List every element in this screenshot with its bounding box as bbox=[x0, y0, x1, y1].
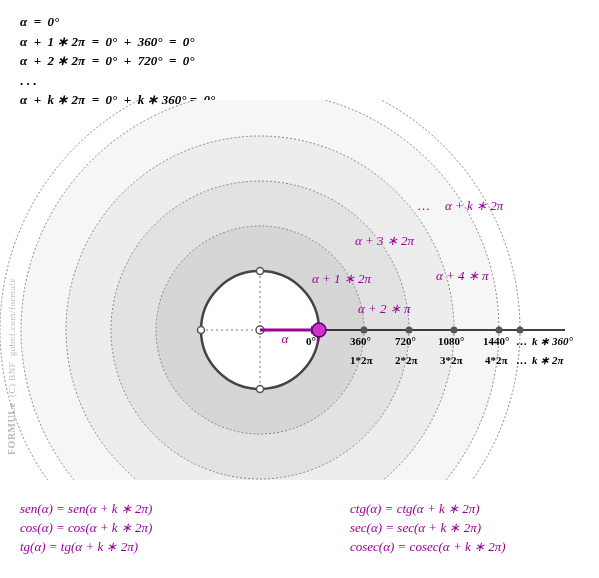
svg-text:720°: 720° bbox=[395, 335, 416, 347]
id-sen: sen(α) = sen(α + k ∗ 2π) bbox=[20, 500, 350, 519]
eq-line-3: α + 2 ∗ 2π = 0° + 720° = 0° bbox=[20, 51, 215, 71]
svg-text:α + k ∗ 2π: α + k ∗ 2π bbox=[445, 198, 504, 213]
svg-text:α + 1 ∗ 2π: α + 1 ∗ 2π bbox=[312, 271, 372, 286]
id-ctg: ctg(α) = ctg(α + k ∗ 2π) bbox=[350, 500, 506, 519]
svg-text:…: … bbox=[516, 354, 527, 366]
svg-text:k ∗ 2π: k ∗ 2π bbox=[532, 354, 565, 366]
svg-point-19 bbox=[451, 327, 458, 334]
svg-text:1*2π: 1*2π bbox=[350, 354, 373, 366]
svg-text:…: … bbox=[516, 335, 527, 347]
alpha-label: α bbox=[282, 331, 290, 346]
svg-point-15 bbox=[257, 386, 264, 393]
page: α = 0° α + 1 ∗ 2π = 0° + 360° = 0° α + 2… bbox=[0, 0, 599, 578]
identities-col-2: ctg(α) = ctg(α + k ∗ 2π) sec(α) = sec(α … bbox=[350, 500, 506, 557]
eq-line-1: α = 0° bbox=[20, 12, 215, 32]
circles-svg: α 0° 360° 720° 1080° 1440° … k ∗ 360° 1*… bbox=[0, 100, 599, 480]
svg-point-13 bbox=[198, 327, 205, 334]
equation-block: α = 0° α + 1 ∗ 2π = 0° + 360° = 0° α + 2… bbox=[20, 12, 215, 110]
id-sec: sec(α) = sec(α + k ∗ 2π) bbox=[350, 519, 506, 538]
svg-text:α + 3 ∗ 2π: α + 3 ∗ 2π bbox=[355, 233, 415, 248]
svg-text:0°: 0° bbox=[306, 335, 316, 347]
svg-point-14 bbox=[257, 268, 264, 275]
identities: sen(α) = sen(α + k ∗ 2π) cos(α) = cos(α … bbox=[20, 500, 580, 557]
svg-text:α + 4 ∗ π: α + 4 ∗ π bbox=[436, 268, 489, 283]
id-cos: cos(α) = cos(α + k ∗ 2π) bbox=[20, 519, 350, 538]
halo-rings bbox=[21, 100, 499, 480]
svg-text:k ∗ 360°: k ∗ 360° bbox=[532, 335, 574, 347]
identities-col-1: sen(α) = sen(α + k ∗ 2π) cos(α) = cos(α … bbox=[20, 500, 350, 557]
svg-text:1440°: 1440° bbox=[483, 335, 509, 347]
svg-point-18 bbox=[406, 327, 413, 334]
eq-line-2: α + 1 ∗ 2π = 0° + 360° = 0° bbox=[20, 32, 215, 52]
svg-text:…: … bbox=[418, 198, 430, 213]
svg-point-21 bbox=[517, 327, 524, 334]
svg-text:3*2π: 3*2π bbox=[440, 354, 463, 366]
svg-text:2*2π: 2*2π bbox=[395, 354, 418, 366]
svg-point-17 bbox=[361, 327, 368, 334]
svg-text:α + 2 ∗ π: α + 2 ∗ π bbox=[358, 301, 411, 316]
svg-point-20 bbox=[496, 327, 503, 334]
id-cosec: cosec(α) = cosec(α + k ∗ 2π) bbox=[350, 538, 506, 557]
svg-text:360°: 360° bbox=[350, 335, 371, 347]
svg-text:1080°: 1080° bbox=[438, 335, 464, 347]
eq-line-4: . . . bbox=[20, 71, 215, 91]
id-tg: tg(α) = tg(α + k ∗ 2π) bbox=[20, 538, 350, 557]
svg-text:4*2π: 4*2π bbox=[485, 354, 508, 366]
diagram: α 0° 360° 720° 1080° 1440° … k ∗ 360° 1*… bbox=[0, 100, 599, 480]
